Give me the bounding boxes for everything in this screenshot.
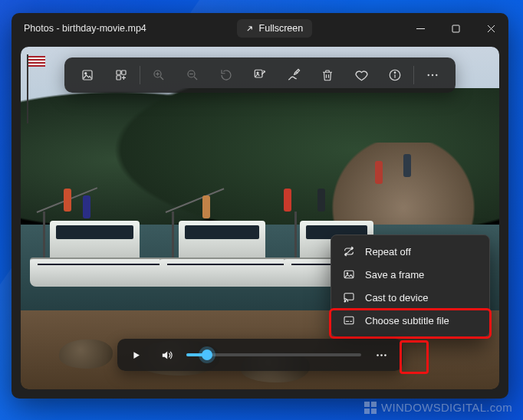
menu-repeat-off[interactable]: Repeat off	[334, 240, 486, 263]
playback-context-menu: Repeat off Save a frame Cast to device C…	[331, 235, 490, 337]
video-frame[interactable]	[21, 47, 499, 389]
volume-button[interactable]	[156, 344, 177, 366]
svg-rect-4	[83, 71, 92, 80]
close-button[interactable]	[473, 13, 508, 44]
tool-toolbar	[64, 57, 456, 93]
wm-d: D	[441, 401, 449, 414]
titlebar: Photos - birthday-movie.mp4 Fullscreen	[12, 13, 508, 44]
playback-more-button[interactable]	[370, 344, 392, 366]
svg-point-5	[85, 73, 87, 74]
watermark: WINDOWSDIGITAL.com	[364, 401, 512, 414]
photos-app-window: Photos - birthday-movie.mp4 Fullscreen	[12, 13, 508, 399]
title-separator: -	[54, 23, 62, 34]
svg-point-34	[384, 354, 386, 356]
zoom-out-button	[176, 62, 209, 88]
menu-label: Choose subtitle file	[365, 315, 449, 326]
svg-rect-29	[344, 317, 354, 323]
seek-thumb[interactable]	[202, 349, 212, 360]
playback-bar	[117, 339, 403, 371]
frame-icon	[342, 268, 356, 281]
draw-button[interactable]	[277, 62, 311, 88]
flag-icon	[28, 56, 45, 67]
wm-indows: INDOWS	[392, 401, 440, 414]
repeat-icon	[342, 245, 356, 258]
minimize-button[interactable]	[403, 13, 438, 44]
svg-line-14	[194, 77, 197, 80]
seek-slider[interactable]	[186, 353, 361, 356]
wm-w: W	[381, 401, 392, 414]
svg-rect-1	[452, 25, 459, 32]
menu-cast[interactable]: Cast to device	[334, 286, 486, 309]
svg-point-32	[377, 354, 379, 356]
play-button[interactable]	[125, 344, 146, 366]
fullscreen-icon	[245, 24, 255, 34]
view-grid-button[interactable]	[104, 62, 138, 88]
rotate-button	[209, 62, 243, 88]
info-button[interactable]	[378, 62, 412, 88]
svg-point-22	[432, 74, 433, 76]
svg-point-33	[380, 354, 383, 356]
watermark-logo-icon	[364, 402, 377, 414]
app-name: Photos	[24, 23, 54, 34]
svg-point-20	[394, 72, 396, 74]
fullscreen-button[interactable]: Fullscreen	[237, 19, 313, 38]
titlebar-center: Fullscreen	[146, 19, 403, 38]
svg-point-23	[436, 74, 437, 76]
toolbar-more-button[interactable]	[416, 62, 449, 88]
menu-save-frame[interactable]: Save a frame	[334, 263, 486, 286]
menu-label: Cast to device	[365, 292, 428, 304]
edit-button[interactable]	[243, 62, 277, 88]
wm-igital: IGITAL	[449, 401, 486, 414]
svg-point-26	[347, 273, 348, 274]
menu-label: Save a frame	[365, 269, 424, 281]
maximize-button[interactable]	[438, 13, 473, 44]
window-title: Photos - birthday-movie.mp4	[24, 23, 146, 34]
toolbar-separator	[413, 66, 414, 84]
content-area: Repeat off Save a frame Cast to device C…	[21, 47, 499, 389]
menu-choose-subtitle[interactable]: Choose subtitle file	[334, 309, 486, 332]
svg-rect-7	[122, 71, 126, 74]
wm-suffix: .com	[486, 401, 512, 414]
cast-icon	[342, 291, 356, 304]
subtitle-icon	[342, 314, 356, 326]
svg-rect-6	[117, 71, 120, 74]
window-controls	[403, 13, 508, 44]
toolbar-separator	[140, 66, 140, 84]
fullscreen-label: Fullscreen	[259, 23, 304, 34]
svg-rect-8	[117, 76, 120, 80]
svg-point-28	[344, 301, 345, 302]
favorite-button[interactable]	[344, 62, 378, 88]
svg-line-10	[160, 77, 163, 80]
view-single-button[interactable]	[71, 62, 104, 88]
svg-point-21	[428, 74, 429, 76]
delete-button[interactable]	[311, 62, 344, 88]
menu-label: Repeat off	[365, 246, 411, 258]
file-name: birthday-movie.mp4	[62, 23, 146, 34]
zoom-in-button	[142, 62, 176, 88]
